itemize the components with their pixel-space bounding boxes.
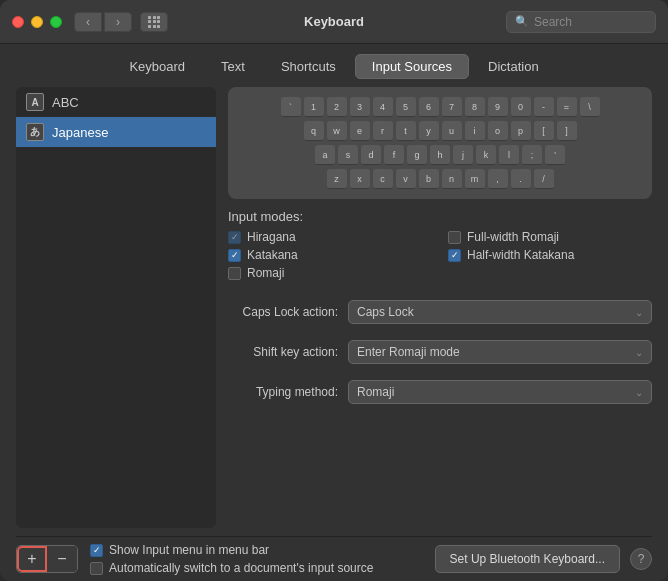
key-u: u (442, 121, 462, 141)
help-button[interactable]: ? (630, 548, 652, 570)
key-period: . (511, 169, 531, 189)
caps-lock-action-label: Caps Lock action: (228, 305, 338, 319)
bottom-bar: + − Show Input menu in menu bar Automati… (0, 537, 668, 581)
key-o: o (488, 121, 508, 141)
search-placeholder: Search (534, 15, 572, 29)
key-3: 3 (350, 97, 370, 117)
half-katakana-checkbox[interactable] (448, 249, 461, 262)
key-4: 4 (373, 97, 393, 117)
tab-shortcuts[interactable]: Shortcuts (264, 54, 353, 79)
romaji-checkbox[interactable] (228, 267, 241, 280)
add-remove-buttons: + − (16, 545, 78, 573)
half-katakana-label: Half-width Katakana (467, 248, 574, 262)
key-v: v (396, 169, 416, 189)
abc-label: ABC (52, 95, 79, 110)
typing-method-value: Romaji (357, 385, 394, 399)
caps-lock-arrow-icon: ⌄ (635, 307, 643, 318)
shift-key-label: Shift key action: (228, 345, 338, 359)
hiragana-checkbox[interactable] (228, 231, 241, 244)
caps-lock-select[interactable]: Caps Lock ⌄ (348, 300, 652, 324)
typing-method-select[interactable]: Romaji ⌄ (348, 380, 652, 404)
window-title: Keyboard (304, 14, 364, 29)
tab-input-sources[interactable]: Input Sources (355, 54, 469, 79)
back-button[interactable]: ‹ (74, 12, 102, 32)
maximize-button[interactable] (50, 16, 62, 28)
search-box[interactable]: 🔍 Search (506, 11, 656, 33)
typing-method-label: Typing method: (228, 385, 338, 399)
japanese-icon: あ (26, 123, 44, 141)
key-equals: = (557, 97, 577, 117)
remove-button[interactable]: − (47, 546, 77, 572)
input-sources-sidebar: A ABC あ Japanese (16, 87, 216, 528)
key-backslash: \ (580, 97, 600, 117)
add-button[interactable]: + (17, 546, 47, 572)
sidebar-item-abc[interactable]: A ABC (16, 87, 216, 117)
full-romaji-checkbox[interactable] (448, 231, 461, 244)
caps-lock-row: Caps Lock action: Caps Lock ⌄ (228, 300, 652, 324)
key-row-2: q w e r t y u i o p [ ] (236, 121, 644, 141)
key-b: b (419, 169, 439, 189)
bottom-right: Set Up Bluetooth Keyboard... ? (435, 545, 652, 573)
titlebar: ‹ › Keyboard 🔍 Search (0, 0, 668, 44)
tab-text[interactable]: Text (204, 54, 262, 79)
key-x: x (350, 169, 370, 189)
key-slash: / (534, 169, 554, 189)
key-5: 5 (396, 97, 416, 117)
key-e: e (350, 121, 370, 141)
key-7: 7 (442, 97, 462, 117)
auto-switch-checkbox[interactable] (90, 562, 103, 575)
content-area: A ABC あ Japanese ` 1 2 3 4 5 6 7 (0, 87, 668, 536)
main-panel: ` 1 2 3 4 5 6 7 8 9 0 - = \ q w (228, 87, 652, 528)
show-input-menu-label: Show Input menu in menu bar (109, 543, 269, 557)
key-quote: ' (545, 145, 565, 165)
key-r: r (373, 121, 393, 141)
key-comma: , (488, 169, 508, 189)
key-8: 8 (465, 97, 485, 117)
abc-icon: A (26, 93, 44, 111)
sidebar-item-japanese[interactable]: あ Japanese (16, 117, 216, 147)
shift-key-select[interactable]: Enter Romaji mode ⌄ (348, 340, 652, 364)
tab-dictation[interactable]: Dictation (471, 54, 556, 79)
key-d: d (361, 145, 381, 165)
show-input-menu-checkbox[interactable] (90, 544, 103, 557)
key-row-1: ` 1 2 3 4 5 6 7 8 9 0 - = \ (236, 97, 644, 117)
shift-key-value: Enter Romaji mode (357, 345, 460, 359)
tabs-bar: Keyboard Text Shortcuts Input Sources Di… (0, 44, 668, 87)
forward-button[interactable]: › (104, 12, 132, 32)
input-modes-title: Input modes: (228, 209, 652, 224)
shift-key-row: Shift key action: Enter Romaji mode ⌄ (228, 340, 652, 364)
typing-method-arrow-icon: ⌄ (635, 387, 643, 398)
key-backtick: ` (281, 97, 301, 117)
key-p: p (511, 121, 531, 141)
bluetooth-keyboard-button[interactable]: Set Up Bluetooth Keyboard... (435, 545, 620, 573)
bottom-checkboxes: Show Input menu in menu bar Automaticall… (90, 543, 373, 575)
key-m: m (465, 169, 485, 189)
key-0: 0 (511, 97, 531, 117)
key-g: g (407, 145, 427, 165)
key-1: 1 (304, 97, 324, 117)
hiragana-row: Hiragana (228, 230, 432, 244)
key-q: q (304, 121, 324, 141)
key-k: k (476, 145, 496, 165)
katakana-checkbox[interactable] (228, 249, 241, 262)
minimize-button[interactable] (31, 16, 43, 28)
key-n: n (442, 169, 462, 189)
key-h: h (430, 145, 450, 165)
grid-view-button[interactable] (140, 12, 168, 32)
grid-icon (148, 16, 160, 28)
search-icon: 🔍 (515, 15, 529, 28)
katakana-label: Katakana (247, 248, 298, 262)
key-semicolon: ; (522, 145, 542, 165)
shift-key-arrow-icon: ⌄ (635, 347, 643, 358)
key-y: y (419, 121, 439, 141)
tab-keyboard[interactable]: Keyboard (112, 54, 202, 79)
close-button[interactable] (12, 16, 24, 28)
full-romaji-label: Full-width Romaji (467, 230, 559, 244)
key-l: l (499, 145, 519, 165)
key-f: f (384, 145, 404, 165)
key-i: i (465, 121, 485, 141)
key-c: c (373, 169, 393, 189)
key-w: w (327, 121, 347, 141)
key-6: 6 (419, 97, 439, 117)
key-rbracket: ] (557, 121, 577, 141)
